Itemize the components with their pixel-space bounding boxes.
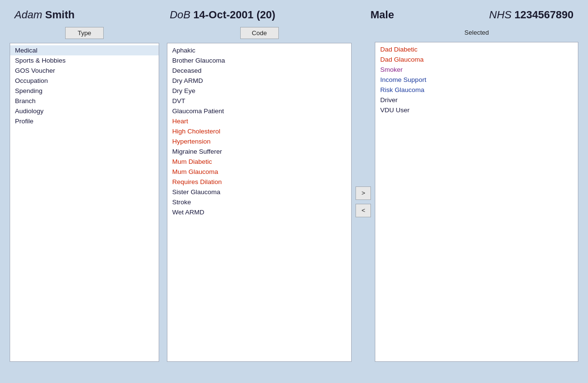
type-list-item[interactable]: Spending — [10, 86, 159, 96]
type-header-button[interactable]: Type — [65, 27, 104, 39]
transfer-buttons: > < — [352, 41, 375, 362]
selected-list-item[interactable]: VDU User — [375, 105, 578, 115]
code-list-item[interactable]: Migraine Sufferer — [167, 146, 351, 157]
code-list-item[interactable]: Mum Diabetic — [167, 157, 351, 167]
first-name: Adam — [14, 9, 42, 21]
code-list-item[interactable]: Aphakic — [167, 45, 351, 55]
type-list-item[interactable]: Profile — [10, 116, 159, 126]
selected-list-item[interactable]: Smoker — [375, 65, 578, 75]
selected-list-item[interactable]: Driver — [375, 95, 578, 105]
patient-header: Adam Smith DoB 14-Oct-2001 (20) Male NHS… — [0, 0, 588, 27]
code-list-item[interactable]: Brother Glaucoma — [167, 55, 351, 66]
type-list-item[interactable]: GOS Voucher — [10, 66, 159, 76]
main-content: Type MedicalSports & HobbiesGOS VoucherO… — [0, 27, 588, 371]
right-section: Code AphakicBrother GlaucomaDeceasedDry … — [167, 27, 578, 362]
selected-header-label: Selected — [465, 27, 489, 38]
code-list-item[interactable]: Hypertension — [167, 136, 351, 146]
type-list[interactable]: MedicalSports & HobbiesGOS VoucherOccupa… — [10, 43, 159, 362]
code-list-item[interactable]: Stroke — [167, 197, 351, 207]
type-panel: Type MedicalSports & HobbiesGOS VoucherO… — [10, 27, 159, 362]
type-list-item[interactable]: Branch — [10, 96, 159, 106]
code-list-item[interactable]: Wet ARMD — [167, 207, 351, 217]
remove-button[interactable]: < — [356, 204, 371, 217]
patient-nhs: NHS 1234567890 — [489, 9, 574, 21]
patient-dob: DoB 14-Oct-2001 (20) — [170, 9, 275, 21]
last-name: Smith — [45, 9, 75, 21]
add-button[interactable]: > — [356, 186, 371, 200]
code-list-item[interactable]: Dry ARMD — [167, 76, 351, 86]
selected-list-item[interactable]: Risk Glaucoma — [375, 85, 578, 95]
code-header-button[interactable]: Code — [240, 27, 279, 39]
selected-panel: Selected Dad DiabeticDad GlaucomaSmokerI… — [375, 27, 578, 362]
type-list-item[interactable]: Occupation — [10, 76, 159, 86]
code-list-item[interactable]: DVT — [167, 96, 351, 106]
code-list-item[interactable]: Heart — [167, 116, 351, 126]
nhs-value: 1234567890 — [515, 9, 574, 21]
patient-name: Adam Smith — [14, 9, 75, 21]
gender-value: Male — [370, 9, 394, 21]
type-list-item[interactable]: Audiology — [10, 106, 159, 116]
code-list-item[interactable]: Glaucoma Patient — [167, 106, 351, 116]
code-list-item[interactable]: Deceased — [167, 66, 351, 76]
selected-list-item[interactable]: Dad Glaucoma — [375, 54, 578, 65]
type-list-item[interactable]: Sports & Hobbies — [10, 55, 159, 66]
type-list-item[interactable]: Medical — [10, 45, 159, 55]
dob-label: DoB — [170, 9, 191, 21]
code-list-item[interactable]: Dry Eye — [167, 86, 351, 96]
code-list-item[interactable]: Sister Glaucoma — [167, 187, 351, 197]
selected-list-item[interactable]: Income Support — [375, 75, 578, 85]
code-list-item[interactable]: High Cholesterol — [167, 126, 351, 136]
code-list[interactable]: AphakicBrother GlaucomaDeceasedDry ARMDD… — [167, 43, 352, 362]
code-list-item[interactable]: Requires Dilation — [167, 177, 351, 187]
code-list-item[interactable]: Mum Glaucoma — [167, 167, 351, 177]
dob-value: 14-Oct-2001 (20) — [193, 9, 275, 21]
selected-list[interactable]: Dad DiabeticDad GlaucomaSmokerIncome Sup… — [375, 42, 578, 362]
patient-gender: Male — [370, 9, 394, 21]
selected-list-item[interactable]: Dad Diabetic — [375, 44, 578, 54]
nhs-label: NHS — [489, 9, 511, 21]
code-panel: Code AphakicBrother GlaucomaDeceasedDry … — [167, 27, 352, 362]
